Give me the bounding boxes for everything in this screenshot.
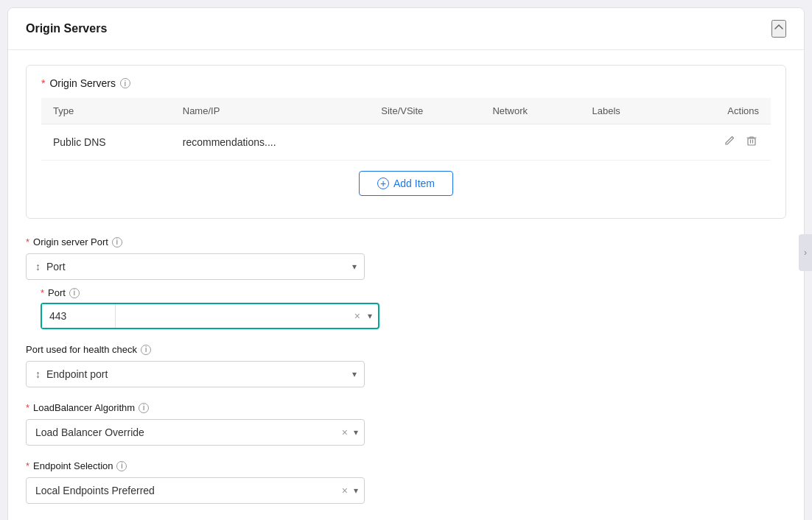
table-row: Public DNS recommendations.... [41,124,771,161]
origin-server-port-group: * Origin server Port i ↕ Port ▾ * Port [26,236,786,329]
load-balancer-select-wrapper: Load Balancer Override × ▾ [26,419,365,446]
health-check-select-icon: ↕ [35,368,41,380]
form-section: * Origin server Port i ↕ Port ▾ * Port [8,233,804,520]
section-header: Origin Servers [8,8,804,50]
chevron-down-icon: ▾ [352,261,357,272]
port-select-icon: ↕ [35,261,41,273]
row-name-ip: recommendations.... [171,124,369,161]
edit-button[interactable] [722,133,737,151]
row-network [480,124,580,161]
health-check-label: Port used for health check i [26,344,786,355]
port-sub-label: * Port i [41,287,394,298]
card-title: Origin Servers [49,77,115,89]
endpoint-selection-group: * Endpoint Selection i Local Endpoints P… [26,460,786,504]
load-balancer-select[interactable]: Load Balancer Override × ▾ [26,419,365,446]
table-header: Type Name/IP Site/VSite Network Labels A… [41,98,771,124]
col-name-ip: Name/IP [171,98,369,124]
origin-server-port-select[interactable]: ↕ Port ▾ [26,253,365,280]
required-star-port: * [26,236,29,247]
port-chevron-down: ▾ [368,311,372,321]
origin-servers-card: * Origin Servers i Type Name/IP Site/VSi… [26,65,786,219]
right-scroll-icon: › [804,247,807,258]
info-icon[interactable]: i [120,78,130,88]
load-balancer-label-text: LoadBalancer Algorithm [33,402,135,413]
load-balancer-chevron-icon: ▾ [354,427,358,438]
add-item-label: Add Item [393,178,435,189]
col-labels: Labels [581,98,668,124]
endpoint-selection-chevron-icon: ▾ [354,485,358,496]
load-balancer-label: * LoadBalancer Algorithm i [26,402,786,413]
svg-rect-0 [748,138,755,145]
main-container: Origin Servers * Origin Servers i Type N… [7,7,805,520]
endpoint-selection-label-text: Endpoint Selection [33,460,113,471]
load-balancer-clear-icon[interactable]: × [342,426,348,438]
collapse-button[interactable] [771,20,786,38]
endpoint-selection-select[interactable]: Local Endpoints Preferred × ▾ [26,477,365,504]
col-network: Network [480,98,580,124]
row-labels [581,124,668,161]
endpoint-selection-info-icon[interactable]: i [116,461,127,471]
port-sub-info-icon[interactable]: i [69,288,80,298]
port-clear-icon[interactable]: × [354,310,360,322]
col-type: Type [41,98,171,124]
required-star: * [41,77,45,89]
origin-server-port-label: * Origin server Port i [26,236,786,247]
health-check-port-select[interactable]: ↕ Endpoint port ▾ [26,361,365,387]
required-star-port-sub: * [41,287,44,298]
health-check-chevron-down-icon: ▾ [352,369,357,379]
right-scroll-indicator[interactable]: › [799,234,812,271]
endpoint-selection-clear-icon[interactable]: × [342,485,348,496]
port-label-text: Port [48,287,66,298]
sub-port-field: * Port i × ▾ [41,287,394,329]
add-item-row: + Add Item [41,161,771,206]
col-actions: Actions [668,98,771,124]
card-label: * Origin Servers i [41,77,771,89]
plus-circle-icon: + [377,178,389,189]
health-check-port-group: Port used for health check i ↕ Endpoint … [26,344,786,387]
origin-server-port-select-wrapper: ↕ Port ▾ [26,253,365,280]
col-site-vsite: Site/VSite [369,98,480,124]
delete-button[interactable] [744,133,759,151]
required-star-ep: * [26,460,29,471]
origin-server-port-text: Origin server Port [33,236,108,247]
origin-server-port-info-icon[interactable]: i [112,237,122,247]
required-star-lb: * [26,402,29,413]
endpoint-selection-select-wrapper: Local Endpoints Preferred × ▾ [26,477,365,504]
load-balancer-info-icon[interactable]: i [139,403,149,413]
health-check-port-value: Endpoint port [46,368,108,380]
action-icons-container [680,133,759,151]
health-check-info-icon[interactable]: i [141,345,151,355]
port-input[interactable] [42,304,116,328]
port-input-wrapper: × ▾ [41,303,379,329]
health-check-select-wrapper: ↕ Endpoint port ▾ [26,361,365,387]
row-site-vsite [369,124,480,161]
endpoint-selection-label: * Endpoint Selection i [26,460,786,471]
row-actions [668,124,771,161]
origin-servers-table: Type Name/IP Site/VSite Network Labels A… [41,98,771,161]
load-balancer-group: * LoadBalancer Algorithm i Load Balancer… [26,402,786,446]
section-title: Origin Servers [26,22,107,35]
card-inner: * Origin Servers i Type Name/IP Site/VSi… [27,66,785,218]
origin-server-port-value: Port [46,261,66,273]
endpoint-selection-value: Local Endpoints Preferred [35,485,155,496]
row-type: Public DNS [41,124,171,161]
load-balancer-value: Load Balancer Override [35,426,144,438]
add-item-button[interactable]: + Add Item [359,171,453,196]
health-check-label-text: Port used for health check [26,344,137,355]
